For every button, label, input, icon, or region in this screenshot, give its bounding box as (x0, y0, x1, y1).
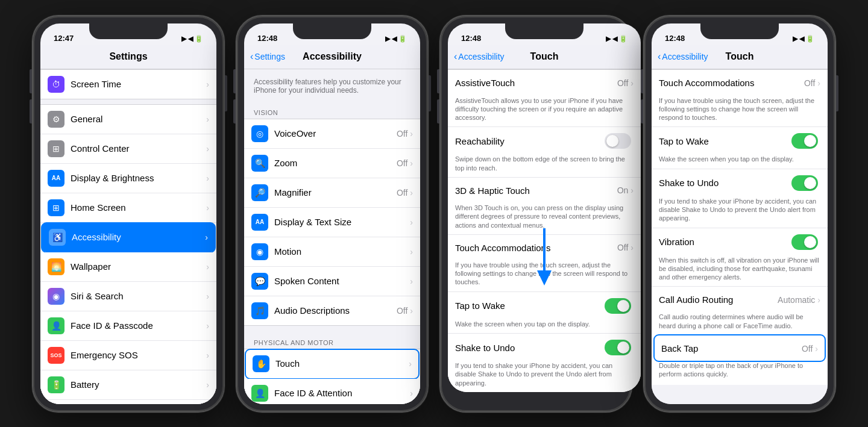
control-center-chevron: › (206, 144, 209, 154)
settings-row-display[interactable]: AA Display & Brightness › (40, 164, 216, 193)
zoom-icon: 🔍 (251, 155, 268, 172)
faceid-label: Face ID & Passcode (71, 320, 206, 331)
spoken-content-row[interactable]: 💬 Spoken Content › (244, 267, 420, 296)
nav-bar-1: Settings (40, 45, 216, 69)
zoom-row[interactable]: 🔍 Zoom Off › (244, 149, 420, 178)
touch-accomm-desc-p4: If you have trouble using the touch scre… (652, 96, 828, 127)
display-text-label: Display & Text Size (274, 217, 410, 227)
physical-group: ✋ Touch › 👤 Face ID & Attention › ⊞ Swit… (244, 349, 420, 404)
touch-chevron: › (409, 359, 412, 369)
settings-row-general[interactable]: ⚙ General › (40, 105, 216, 134)
tap-wake-toggle-p4[interactable] (791, 133, 818, 149)
motion-chevron: › (410, 247, 413, 257)
back-tap-row[interactable]: Back Tap Off › (654, 335, 825, 361)
faceid-attn-row[interactable]: 👤 Face ID & Attention › (244, 379, 420, 404)
settings-row-faceid[interactable]: 👤 Face ID & Passcode › (40, 311, 216, 341)
haptic-touch-label: 3D & Haptic Touch (455, 185, 617, 196)
spoken-content-label: Spoken Content (274, 276, 410, 286)
touch-accomm-desc-p3: If you have trouble using the touch scre… (448, 261, 641, 291)
back-chevron-3: ‹ (454, 51, 457, 62)
voiceover-label: VoiceOver (274, 128, 397, 139)
tap-wake-label-p3: Tap to Wake (455, 301, 605, 311)
reachability-row[interactable]: Reachability (448, 126, 641, 155)
settings-group-main-2: ⚙ General › ⊞ Control Center › AA Displa… (40, 104, 216, 404)
settings-row-control-center[interactable]: ⊞ Control Center › (40, 134, 216, 164)
settings-row-wallpaper[interactable]: 🌅 Wallpaper › (40, 252, 216, 282)
reachability-desc: Swipe down on the bottom edge of the scr… (448, 155, 641, 177)
shake-undo-row-p3[interactable]: Shake to Undo (448, 333, 641, 361)
magnifier-value: Off (397, 188, 407, 198)
vibration-toggle-p4[interactable] (791, 234, 818, 250)
general-chevron: › (206, 114, 209, 124)
display-chevron: › (206, 173, 209, 183)
touch-row[interactable]: ✋ Touch › (245, 349, 419, 379)
sos-label: Emergency SOS (71, 350, 206, 360)
screen-time-icon: ⏱ (48, 76, 64, 93)
reachability-toggle[interactable] (605, 133, 631, 149)
status-icons-1: ▶ ◀ 🔋 (181, 35, 203, 43)
shake-undo-desc-p3: If you tend to shake your iPhone by acci… (448, 361, 641, 392)
siri-chevron: › (206, 291, 209, 301)
shake-undo-row-p4[interactable]: Shake to Undo (652, 169, 828, 197)
haptic-touch-row[interactable]: 3D & Haptic Touch On › (448, 177, 641, 204)
back-chevron-4: ‹ (658, 51, 661, 62)
nav-back-2[interactable]: ‹ Settings (250, 51, 285, 62)
status-time-1: 12:47 (54, 34, 74, 43)
audio-desc-chevron: › (410, 306, 413, 316)
siri-icon: ◉ (48, 288, 64, 305)
vibration-label-p4: Vibration (659, 237, 791, 247)
shake-undo-toggle-p4[interactable] (791, 175, 818, 191)
spoken-content-chevron: › (410, 276, 413, 286)
general-label: General (71, 114, 206, 124)
motion-icon: ◉ (251, 243, 268, 260)
screen-content-2: Accessibility features help you customiz… (244, 69, 420, 404)
magnifier-row[interactable]: 🔎 Magnifier Off › (244, 178, 420, 208)
wallpaper-chevron: › (206, 262, 209, 272)
battery-label: Battery (71, 379, 206, 390)
phone-screen-2: 12:48 ▶ ◀ 🔋 ‹ Settings Accessibility Acc… (244, 23, 420, 404)
audio-routing-value: Automatic (778, 295, 815, 305)
nav-back-4[interactable]: ‹ Accessibility (658, 51, 708, 62)
assistivetouch-desc: AssistiveTouch allows you to use your iP… (448, 96, 641, 127)
shake-undo-toggle-p3[interactable] (605, 340, 631, 355)
voiceover-row[interactable]: ◎ VoiceOver Off › (244, 119, 420, 149)
accessibility-label: Accessibility (72, 232, 205, 242)
vibration-row-p4[interactable]: Vibration (652, 228, 828, 256)
tap-wake-toggle-p3[interactable] (605, 298, 631, 314)
touch-accomm-value-p4: Off (804, 78, 815, 88)
shake-undo-thumb-p4 (804, 177, 816, 189)
motion-row[interactable]: ◉ Motion › (244, 237, 420, 267)
assistivetouch-row[interactable]: AssistiveTouch Off › (448, 70, 641, 96)
siri-label: Siri & Search (71, 291, 206, 301)
settings-row-accessibility[interactable]: ♿ Accessibility › (42, 223, 215, 252)
voiceover-icon: ◎ (251, 125, 268, 142)
settings-row-privacy[interactable]: ✋ Privacy › (40, 400, 216, 404)
settings-row-battery[interactable]: 🔋 Battery › (40, 370, 216, 400)
settings-row-siri[interactable]: ◉ Siri & Search › (40, 282, 216, 311)
physical-motor-header: PHYSICAL AND MOTOR (244, 331, 420, 349)
audio-routing-row[interactable]: Call Audio Routing Automatic › (652, 286, 828, 313)
nav-title-2: Accessibility (303, 51, 362, 62)
display-text-chevron: › (410, 217, 413, 227)
faceid-attn-chevron: › (410, 388, 413, 398)
settings-row-home-screen[interactable]: ⊞ Home Screen › (40, 193, 216, 223)
audio-routing-chevron: › (817, 295, 820, 305)
tap-wake-row-p4[interactable]: Tap to Wake (652, 126, 828, 155)
touch-accomm-row-p4[interactable]: Touch Accommodations Off › (652, 70, 828, 96)
nav-bar-4: ‹ Accessibility Touch (652, 45, 828, 69)
tap-wake-row-p3[interactable]: Tap to Wake (448, 291, 641, 320)
nav-back-3[interactable]: ‹ Accessibility (454, 51, 505, 62)
shake-undo-thumb-p3 (617, 341, 629, 354)
control-center-icon: ⊞ (48, 140, 64, 157)
notch-4 (700, 23, 779, 39)
audio-desc-row[interactable]: 🎵 Audio Descriptions Off › (244, 296, 420, 325)
notch-3 (505, 23, 583, 39)
zoom-value: Off (397, 158, 407, 168)
home-screen-icon: ⊞ (48, 199, 64, 216)
touch-accomm-row-p3[interactable]: Touch Accommodations Off › (448, 234, 641, 261)
notch-2 (293, 23, 371, 39)
assistivetouch-value: Off (617, 78, 628, 88)
display-text-row[interactable]: AA Display & Text Size › (244, 208, 420, 237)
settings-row-sos[interactable]: SOS Emergency SOS › (40, 341, 216, 370)
settings-row-screen-time[interactable]: ⏱ Screen Time › (40, 70, 216, 99)
